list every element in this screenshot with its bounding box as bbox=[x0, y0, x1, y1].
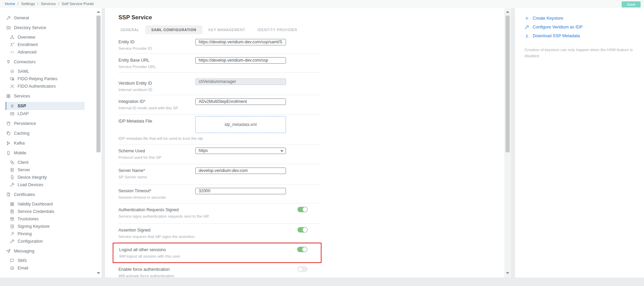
sidebar-item-label: Configuration bbox=[18, 239, 43, 244]
wrench-icon bbox=[10, 182, 15, 187]
field-helper: IDP metadata file that will be used to t… bbox=[118, 136, 320, 140]
tab-general[interactable]: GENERAL bbox=[114, 25, 145, 34]
integration-id-input[interactable] bbox=[195, 98, 286, 105]
enable-force-authentication-toggle[interactable] bbox=[297, 266, 308, 272]
sidebar-item-pinning[interactable]: Pinning bbox=[5, 230, 85, 238]
tab-bar: GENERAL SAML CONFIGURATION KEY MANAGEMEN… bbox=[114, 25, 504, 34]
sidebar-item-advanced[interactable]: Advanced bbox=[5, 48, 85, 56]
breadcrumb-current-page: Self Service Portal bbox=[62, 2, 94, 6]
sidebar-item-service-credentials[interactable]: Service Credentials bbox=[5, 208, 85, 215]
form-row-idp-metadata-file: IDP Metadata File IDP metadata file that… bbox=[118, 115, 320, 145]
sidebar-item-ldap[interactable]: LDAP bbox=[5, 110, 85, 117]
sidebar-item-server[interactable]: Server bbox=[5, 166, 85, 174]
breadcrumb-services-link[interactable]: Services bbox=[41, 2, 56, 6]
scroll-down-icon[interactable] bbox=[506, 272, 509, 274]
sidebar-item-fido-authenticators[interactable]: FIDO Authenticators bbox=[5, 83, 85, 90]
server-icon bbox=[10, 168, 15, 172]
download-ssp-metadata-link[interactable]: Download SSP Metadata bbox=[525, 31, 636, 40]
link-label: Download SSP Metadata bbox=[533, 34, 580, 38]
sidebar-scrollbar-thumb[interactable] bbox=[96, 16, 101, 152]
sidebar-item-label: Load Devices bbox=[18, 182, 43, 187]
sidebar-item-connectors[interactable]: Connectors bbox=[5, 58, 85, 66]
tab-saml-configuration[interactable]: SAML CONFIGURATION bbox=[145, 25, 202, 34]
form-row-scheme-used: Scheme Used Protocol used for this SP ht… bbox=[118, 145, 320, 164]
sidebar-item-caching[interactable]: Caching bbox=[5, 130, 85, 137]
session-timeout-input[interactable] bbox=[195, 188, 286, 194]
pin-icon bbox=[10, 232, 15, 236]
sidebar-item-kafka[interactable]: Kafka bbox=[5, 139, 85, 147]
field-helper: Internal ID mode used with this SP bbox=[118, 106, 320, 110]
sidebar-item-sms[interactable]: SMS bbox=[5, 257, 85, 264]
plus-icon bbox=[525, 16, 529, 21]
form-row-enable-force-authentication: Enable force authentication Will activat… bbox=[118, 263, 320, 278]
sidebar-item-mobile[interactable]: Mobile bbox=[5, 149, 85, 157]
create-keystore-link[interactable]: Create Keystore bbox=[525, 14, 636, 23]
sidebar-item-signing-keystore[interactable]: Signing Keystore bbox=[5, 223, 85, 230]
field-helper: Will logout all session with this user. bbox=[119, 254, 319, 258]
sidebar-item-label: Service Credentials bbox=[18, 209, 54, 214]
sidebar-item-directory-service[interactable]: Directory Service bbox=[5, 24, 85, 31]
sidebar-item-general[interactable]: General bbox=[5, 14, 85, 22]
sidebar-item-services[interactable]: Services bbox=[5, 92, 85, 100]
scheme-used-select[interactable]: https bbox=[195, 148, 286, 154]
sidebar-item-email[interactable]: Email bbox=[5, 264, 85, 272]
main-scrollbar-thumb[interactable] bbox=[506, 16, 510, 152]
logout-all-other-sessions-toggle[interactable] bbox=[297, 247, 307, 252]
idp-metadata-dropzone[interactable]: idp_metadata.xml bbox=[195, 116, 286, 133]
form-row-entity-base-url: Entity Base URL Service Provider URL bbox=[118, 54, 320, 73]
sidebar-item-overview[interactable]: Overview bbox=[5, 34, 85, 41]
server-name-input[interactable] bbox=[195, 168, 286, 174]
link-label: Configure Veridium as IDP bbox=[533, 25, 582, 29]
assertion-signed-toggle[interactable] bbox=[297, 227, 308, 233]
sidebar-item-truststores[interactable]: Truststores bbox=[5, 215, 85, 223]
entity-base-url-input[interactable] bbox=[195, 57, 286, 64]
wrench-icon bbox=[6, 16, 11, 20]
sidebar-item-label: LDAP bbox=[18, 111, 29, 116]
at-icon bbox=[10, 266, 15, 270]
entity-id-input[interactable] bbox=[195, 39, 286, 45]
breadcrumb-separator: / bbox=[18, 2, 19, 6]
breadcrumb-home-link[interactable]: Home bbox=[5, 2, 15, 6]
sidebar-item-ssp[interactable]: SSP bbox=[5, 102, 85, 110]
sidebar-item-label: FIDO Authenticators bbox=[18, 84, 56, 89]
document-icon bbox=[10, 209, 15, 214]
sidebar-item-messaging[interactable]: Messaging bbox=[5, 247, 85, 255]
idp-metadata-filename: idp_metadata.xml bbox=[225, 122, 257, 127]
sidebar-item-enrollment[interactable]: Enrollment bbox=[5, 41, 85, 48]
nodes-icon bbox=[10, 35, 15, 40]
form-row-assertion-signed: Assertion Signed Service requires that I… bbox=[118, 224, 320, 243]
authentication-requests-signed-toggle[interactable] bbox=[297, 207, 308, 212]
field-helper: Service Provider ID bbox=[118, 46, 320, 50]
windows-icon bbox=[10, 160, 15, 165]
sidebar-item-certificates[interactable]: Certificates bbox=[5, 191, 85, 198]
sidebar-item-label: Directory Service bbox=[14, 25, 46, 30]
sidebar-item-fido-relying-parties[interactable]: FIDO Relying Parties bbox=[5, 75, 85, 83]
sidebar-item-persistence[interactable]: Persistence bbox=[5, 120, 85, 127]
tab-identity-provider[interactable]: IDENTITY PROVIDER bbox=[251, 25, 303, 34]
form-row-authentication-requests-signed: Authentication Requests Signed Service s… bbox=[118, 203, 320, 224]
sidebar-item-device-integrity[interactable]: Device Integrity bbox=[5, 174, 85, 181]
sidebar-item-configuration[interactable]: Configuration bbox=[5, 238, 85, 245]
sidebar-item-load-devices[interactable]: Load Devices bbox=[5, 181, 85, 189]
database-icon bbox=[6, 121, 11, 126]
field-helper: Internal veridium ID bbox=[118, 88, 320, 92]
breadcrumb-settings-link[interactable]: Settings bbox=[21, 2, 35, 6]
tab-key-management[interactable]: KEY MANAGEMENT bbox=[202, 25, 251, 34]
sidebar-item-client[interactable]: Client bbox=[5, 159, 85, 166]
sidebar-item-label: SMS bbox=[18, 258, 27, 263]
form-row-logout-all-other-sessions: Logout all other sessions Will logout al… bbox=[113, 243, 321, 263]
sidebar-item-saml[interactable]: SAML bbox=[5, 68, 85, 75]
configure-veridium-as-idp-link[interactable]: Configure Veridium as IDP bbox=[525, 23, 636, 31]
scroll-up-icon[interactable] bbox=[506, 11, 509, 13]
sidebar-item-label: SSP bbox=[18, 104, 26, 108]
wrench-icon bbox=[10, 239, 15, 244]
sidebar-item-validity-dashboard[interactable]: Validity Dashboard bbox=[5, 200, 85, 208]
enrollment-icon bbox=[10, 42, 15, 47]
chevron-down-icon bbox=[281, 150, 283, 152]
scroll-up-icon[interactable] bbox=[97, 11, 100, 13]
save-button[interactable]: Save bbox=[622, 1, 641, 7]
field-helper: Service requires that IdP signs the asse… bbox=[118, 235, 320, 239]
sidebar-item-label: Caching bbox=[14, 131, 29, 136]
scroll-down-icon[interactable] bbox=[97, 272, 100, 274]
sidebar-item-label: Persistence bbox=[14, 121, 36, 126]
